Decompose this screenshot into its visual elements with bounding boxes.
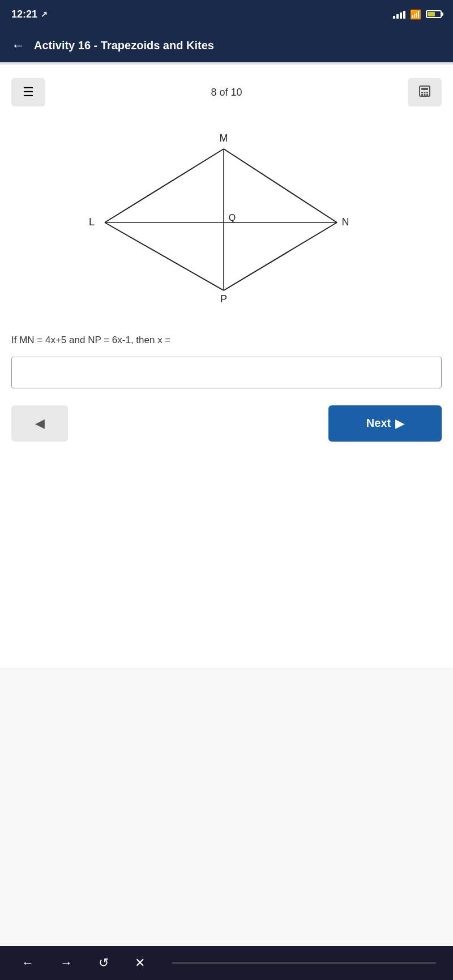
battery-icon (426, 10, 442, 18)
question-text: If MN = 4x+5 and NP = 6x-1, then x = (11, 333, 442, 348)
svg-text:L: L (89, 216, 95, 228)
main-content: ☰ 8 of 10 ​ (0, 65, 453, 669)
navigation-arrow-icon: ↗ (41, 10, 48, 19)
status-bar: 12:21 ↗ 📶 (0, 0, 453, 28)
svg-text:N: N (342, 216, 349, 228)
svg-line-9 (224, 149, 337, 222)
calculator-icon: ​ (418, 84, 431, 101)
page-counter: 8 of 10 (211, 87, 242, 99)
svg-line-10 (224, 222, 337, 290)
bottom-nav-bar: ← → ↺ ✕ (0, 946, 453, 980)
svg-rect-1 (421, 88, 428, 90)
browser-forward-button[interactable]: → (55, 951, 77, 975)
browser-back-button[interactable]: ← (17, 951, 39, 975)
svg-line-11 (105, 222, 224, 290)
svg-rect-7 (426, 94, 428, 96)
svg-line-8 (105, 149, 224, 222)
toolbar-row: ☰ 8 of 10 ​ (11, 78, 442, 106)
diagram-area: M L N P Q (11, 123, 442, 316)
answer-input[interactable] (11, 357, 442, 388)
svg-rect-5 (421, 94, 423, 96)
svg-rect-2 (421, 92, 423, 93)
svg-rect-4 (426, 92, 428, 93)
browser-close-button[interactable]: ✕ (130, 951, 149, 975)
bottom-section (0, 669, 453, 980)
prev-icon: ◀ (35, 416, 45, 431)
bottom-nav-separator (172, 962, 436, 964)
next-button[interactable]: Next ▶ (328, 405, 442, 442)
next-arrow-icon: ▶ (395, 417, 404, 430)
signal-icon (393, 10, 405, 19)
navigation-buttons: ◀ Next ▶ (11, 405, 442, 442)
prev-button[interactable]: ◀ (11, 405, 68, 442)
status-time: 12:21 ↗ (11, 8, 48, 20)
svg-text:P: P (220, 293, 227, 305)
next-label: Next (366, 417, 391, 430)
nav-bar: ← Activity 16 - Trapezoids and Kites (0, 28, 453, 62)
menu-button[interactable]: ☰ (11, 78, 45, 106)
status-icons: 📶 (393, 9, 442, 20)
kite-diagram: M L N P Q (51, 123, 402, 316)
browser-refresh-button[interactable]: ↺ (94, 951, 113, 975)
back-button[interactable]: ← (11, 38, 25, 52)
svg-rect-3 (424, 92, 425, 93)
svg-rect-6 (424, 94, 425, 96)
page-title: Activity 16 - Trapezoids and Kites (34, 39, 214, 52)
svg-text:M: M (220, 132, 228, 144)
svg-text:Q: Q (229, 213, 236, 222)
wifi-icon: 📶 (410, 9, 421, 20)
menu-icon: ☰ (23, 85, 34, 100)
calculator-button[interactable]: ​ (408, 78, 442, 106)
